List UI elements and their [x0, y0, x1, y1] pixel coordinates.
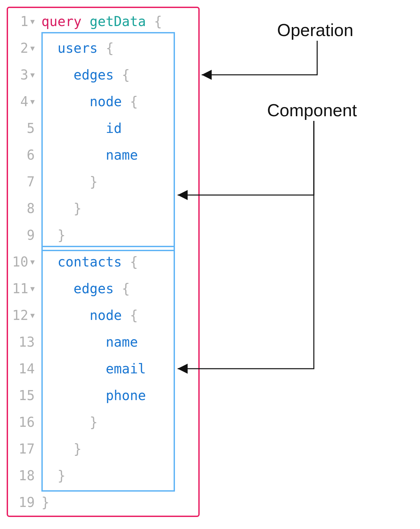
label-component: Component [267, 100, 357, 120]
arrow-operation [202, 41, 317, 75]
plain-token [81, 14, 89, 29]
line-number: 17 [19, 441, 35, 457]
diagram-root: 1▼2▼3▼4▼5678910▼11▼12▼13141516171819 que… [7, 7, 413, 522]
line-number: 11 [12, 281, 28, 296]
brace-token: { [154, 14, 162, 29]
line-number: 8 [27, 201, 35, 216]
line-number: 19 [19, 495, 35, 510]
plain-token [41, 388, 106, 403]
fold-toggle-icon[interactable]: ▼ [30, 71, 35, 79]
code-line: phone [41, 382, 198, 409]
plain-token [41, 361, 106, 376]
code-line: node { [41, 88, 198, 115]
code-line: } [41, 489, 198, 516]
field-token: node [90, 94, 122, 109]
code-body: query getData { users { edges { node { i… [40, 8, 198, 516]
line-number: 2 [20, 40, 28, 56]
gutter-cell: 7 [8, 168, 40, 195]
brace-token: { [122, 281, 130, 296]
gutter-cell: 2▼ [8, 35, 40, 61]
line-number: 10 [12, 254, 28, 270]
plain-token [146, 14, 154, 29]
brace-token: { [130, 94, 138, 109]
plain-token [41, 121, 106, 136]
brace-token: } [73, 441, 81, 457]
line-number: 7 [27, 174, 35, 189]
line-number: 12 [12, 308, 28, 323]
field-token: id [106, 121, 122, 136]
fold-toggle-icon[interactable]: ▼ [30, 17, 35, 26]
code-line: query getData { [41, 8, 198, 35]
line-number: 3 [20, 67, 28, 82]
plain-token [41, 201, 73, 216]
operation-box: 1▼2▼3▼4▼5678910▼11▼12▼13141516171819 que… [7, 7, 200, 517]
line-number: 4 [20, 94, 28, 109]
gutter-cell: 16 [8, 409, 40, 435]
gutter-cell: 17 [8, 435, 40, 462]
line-number: 14 [19, 361, 35, 376]
code-line: } [41, 168, 198, 195]
code-line: edges { [41, 275, 198, 302]
plain-token [41, 174, 90, 189]
gutter-cell: 3▼ [8, 61, 40, 88]
field-token: email [106, 361, 146, 376]
line-number: 16 [19, 414, 35, 430]
plain-token [41, 441, 73, 457]
field-token: name [106, 334, 138, 350]
brace-token: } [57, 227, 65, 243]
gutter: 1▼2▼3▼4▼5678910▼11▼12▼13141516171819 [8, 8, 40, 516]
code-line: } [41, 222, 198, 248]
brace-token: { [130, 308, 138, 323]
gutter-cell: 12▼ [8, 302, 40, 329]
gutter-cell: 1▼ [8, 8, 40, 35]
brace-token: } [90, 174, 98, 189]
fold-toggle-icon[interactable]: ▼ [30, 258, 35, 266]
code-line: email [41, 355, 198, 382]
line-number: 13 [19, 334, 35, 350]
brace-token: { [130, 254, 138, 270]
field-token: node [90, 308, 122, 323]
code-line: } [41, 409, 198, 435]
plain-token [41, 40, 57, 56]
code-line: } [41, 195, 198, 222]
gutter-cell: 13 [8, 329, 40, 355]
keyword-token: query [41, 14, 81, 29]
field-token: edges [73, 281, 114, 296]
plain-token [41, 254, 57, 270]
line-number: 5 [27, 121, 35, 136]
code-line: } [41, 462, 198, 489]
code-line: contacts { [41, 248, 198, 275]
plain-token [41, 334, 106, 350]
line-number: 9 [27, 227, 35, 243]
line-number: 18 [19, 468, 35, 483]
line-number: 1 [20, 14, 28, 29]
plain-token [41, 227, 57, 243]
line-number: 6 [27, 147, 35, 163]
plain-token [41, 414, 90, 430]
fold-toggle-icon[interactable]: ▼ [30, 285, 35, 293]
name-token: getData [90, 14, 146, 29]
gutter-cell: 9 [8, 222, 40, 248]
code-line: } [41, 435, 198, 462]
code-line: name [41, 142, 198, 168]
fold-toggle-icon[interactable]: ▼ [30, 98, 35, 106]
gutter-cell: 10▼ [8, 248, 40, 275]
fold-toggle-icon[interactable]: ▼ [30, 44, 35, 52]
line-number: 15 [19, 388, 35, 403]
plain-token [41, 308, 90, 323]
gutter-cell: 8 [8, 195, 40, 222]
brace-token: { [122, 67, 130, 82]
fold-toggle-icon[interactable]: ▼ [30, 311, 35, 320]
code-line: id [41, 115, 198, 142]
plain-token [41, 468, 57, 483]
field-token: name [106, 147, 138, 163]
gutter-cell: 5 [8, 115, 40, 142]
code-line: node { [41, 302, 198, 329]
plain-token [122, 94, 130, 109]
plain-token [41, 67, 73, 82]
gutter-cell: 4▼ [8, 88, 40, 115]
gutter-cell: 11▼ [8, 275, 40, 302]
plain-token [41, 147, 106, 163]
gutter-cell: 14 [8, 355, 40, 382]
gutter-cell: 6 [8, 142, 40, 168]
